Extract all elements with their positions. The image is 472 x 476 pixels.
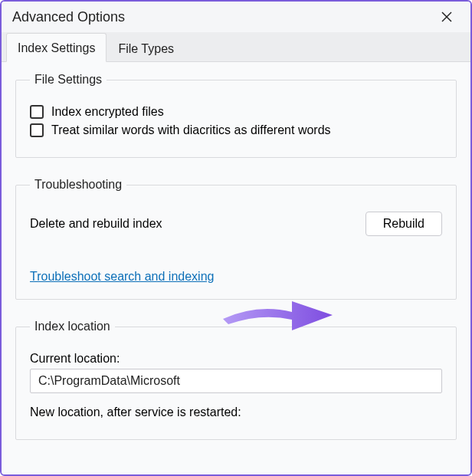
diacritics-checkbox[interactable] — [30, 123, 44, 137]
tab-index-settings[interactable]: Index Settings — [6, 33, 107, 62]
index-encrypted-checkbox[interactable] — [30, 105, 44, 119]
tab-file-types[interactable]: File Types — [107, 34, 185, 62]
tab-strip: Index Settings File Types — [2, 32, 470, 62]
current-location-label: Current location: — [30, 352, 442, 366]
advanced-options-dialog: Advanced Options Index Settings File Typ… — [0, 0, 472, 476]
window-title: Advanced Options — [12, 9, 431, 25]
index-location-group: Index location Current location: C:\Prog… — [15, 320, 457, 440]
file-settings-legend: File Settings — [30, 73, 107, 87]
troubleshooting-legend: Troubleshooting — [30, 178, 126, 192]
index-encrypted-label: Index encrypted files — [51, 105, 164, 119]
file-settings-group: File Settings Index encrypted files Trea… — [15, 73, 457, 158]
rebuild-index-label: Delete and rebuild index — [30, 217, 162, 231]
content-area: File Settings Index encrypted files Trea… — [2, 62, 470, 474]
titlebar: Advanced Options — [2, 2, 470, 32]
rebuild-button[interactable]: Rebuild — [365, 212, 442, 236]
close-button[interactable] — [431, 5, 463, 29]
diacritics-label: Treat similar words with diacritics as d… — [51, 123, 331, 137]
current-location-value[interactable]: C:\ProgramData\Microsoft — [30, 369, 442, 393]
close-icon — [441, 11, 452, 22]
new-location-label: New location, after service is restarted… — [30, 405, 442, 419]
troubleshoot-link[interactable]: Troubleshoot search and indexing — [30, 270, 214, 284]
index-location-legend: Index location — [30, 320, 115, 333]
troubleshooting-group: Troubleshooting Delete and rebuild index… — [15, 178, 457, 300]
